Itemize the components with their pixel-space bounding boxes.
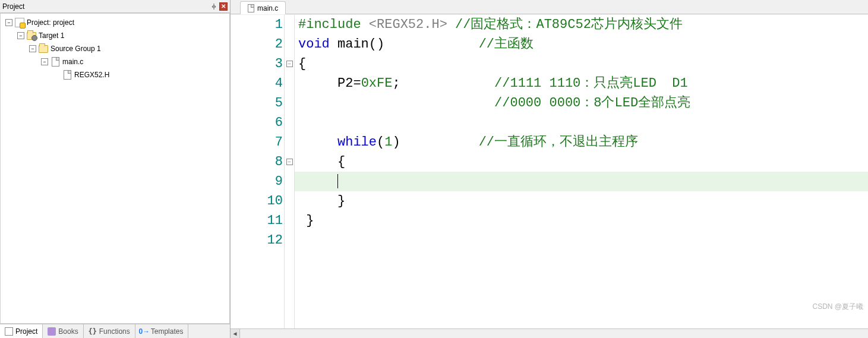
editor-panel: main.c 1 2 3 4 5 6 7 8 9 10 11 12 −	[231, 0, 868, 338]
templates-icon: 0→	[140, 327, 149, 336]
line-number: 10	[231, 191, 283, 211]
project-panel-title: Project	[2, 2, 210, 11]
line-number: 1	[231, 15, 283, 34]
project-tree[interactable]: − Project: project − Target 1 − Source G…	[0, 13, 230, 324]
watermark: CSDN @夏子曦	[812, 297, 863, 317]
line-number-gutter: 1 2 3 4 5 6 7 8 9 10 11 12	[231, 15, 284, 328]
tab-label: Books	[58, 327, 78, 336]
tree-label: main.c	[62, 58, 83, 66]
file-icon	[248, 4, 254, 12]
line-number: 5	[231, 93, 283, 113]
tree-toggle[interactable]: −	[17, 32, 24, 39]
line-number: 4	[231, 74, 283, 93]
code-line: void main() //主函数	[298, 34, 868, 54]
close-icon[interactable]: ✕	[219, 2, 228, 11]
horizontal-scrollbar[interactable]: ◄	[231, 328, 868, 338]
line-number: 11	[231, 211, 283, 230]
project-panel: Project ✕ − Project: project − Target 1 …	[0, 0, 231, 338]
fold-gutter: − −	[284, 15, 295, 328]
file-icon	[64, 70, 71, 80]
code-line: {	[298, 152, 868, 172]
tab-label: Templates	[151, 327, 184, 336]
fold-toggle[interactable]: −	[286, 61, 293, 67]
line-number: 3	[231, 54, 283, 74]
project-panel-header: Project ✕	[0, 0, 230, 13]
tree-toggle[interactable]: −	[29, 45, 36, 52]
tree-toggle[interactable]: −	[5, 19, 12, 26]
line-number: 9	[231, 172, 283, 191]
tab-functions[interactable]: {} Functions	[84, 324, 135, 338]
code-line: #include <REGX52.H> //固定格式：AT89C52芯片内核头文…	[298, 15, 868, 34]
tree-toggle[interactable]: −	[41, 58, 48, 65]
code-line: }	[298, 191, 868, 211]
pin-icon[interactable]	[210, 2, 218, 11]
tab-label: Functions	[99, 327, 130, 336]
tree-node-project[interactable]: − Project: project	[1, 16, 229, 29]
tab-books[interactable]: Books	[43, 324, 83, 338]
editor-tabs: main.c	[231, 0, 868, 14]
folder-icon	[39, 45, 48, 53]
line-number: 6	[231, 113, 283, 132]
tab-templates[interactable]: 0→ Templates	[135, 324, 189, 338]
code-line: {	[298, 54, 868, 74]
bottom-tabs: Project Books {} Functions 0→ Templates	[0, 324, 230, 338]
code-editor[interactable]: 1 2 3 4 5 6 7 8 9 10 11 12 −	[231, 14, 868, 328]
tree-toggle-blank	[53, 71, 60, 78]
code-line	[298, 113, 868, 132]
code-area[interactable]: #include <REGX52.H> //固定格式：AT89C52芯片内核头文…	[295, 15, 868, 328]
books-icon	[48, 327, 56, 336]
tree-node-group[interactable]: − Source Group 1	[1, 42, 229, 55]
line-number: 12	[231, 230, 283, 250]
project-tab-icon	[5, 327, 13, 336]
code-line: P2=0xFE; //1111 1110：只点亮LED D1	[298, 74, 868, 93]
line-number: 2	[231, 34, 283, 54]
tree-node-target[interactable]: − Target 1	[1, 29, 229, 42]
code-line: //0000 0000：8个LED全部点亮	[298, 93, 868, 113]
code-line: }	[298, 211, 868, 230]
code-line	[298, 172, 868, 191]
target-icon	[27, 32, 36, 40]
code-line: while(1) //一直循环，不退出主程序	[298, 132, 868, 152]
text-caret	[337, 174, 338, 188]
scroll-left-button[interactable]: ◄	[231, 329, 240, 339]
fold-toggle[interactable]: −	[286, 159, 293, 165]
tree-label: Project: project	[27, 18, 74, 27]
editor-tab-mainc[interactable]: main.c	[240, 1, 286, 14]
editor-tab-label: main.c	[257, 4, 278, 12]
functions-icon: {}	[89, 327, 97, 336]
tree-label: Target 1	[39, 31, 64, 40]
tree-node-file-main[interactable]: − main.c	[1, 55, 229, 68]
file-icon	[52, 57, 59, 67]
tree-label: REGX52.H	[74, 71, 109, 79]
code-line	[298, 230, 868, 250]
line-number: 7	[231, 132, 283, 152]
project-icon	[15, 18, 24, 27]
line-number: 8	[231, 152, 283, 172]
tree-label: Source Group 1	[50, 45, 101, 53]
tree-node-file-header[interactable]: REGX52.H	[1, 68, 229, 81]
tab-label: Project	[15, 327, 37, 336]
tab-project[interactable]: Project	[0, 324, 43, 338]
